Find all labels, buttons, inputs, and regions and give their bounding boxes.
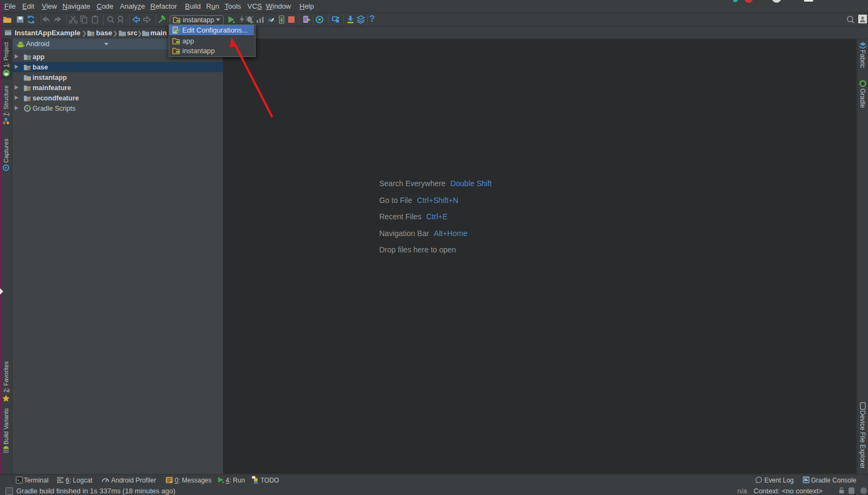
svg-text:>_: >_ (17, 478, 22, 483)
